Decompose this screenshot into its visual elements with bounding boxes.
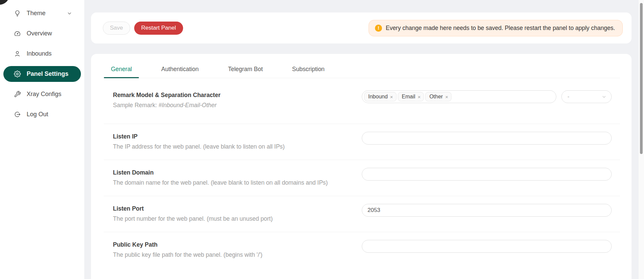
warning-icon: ! [375, 25, 382, 32]
row-title: Listen IP [113, 133, 335, 140]
tag-other: Other × [425, 92, 451, 101]
tag-label: Inbound [368, 94, 388, 100]
sidebar-item-label: Xray Configs [27, 91, 61, 98]
tab-subscription[interactable]: Subscription [285, 61, 331, 78]
warning-alert: ! Every change made here needs to be sav… [369, 20, 623, 36]
row-listen-port: Listen Port The port number for the web … [104, 196, 620, 232]
sidebar-item-panel-settings[interactable]: Panel Settings [3, 66, 81, 82]
remark-model-tags-input[interactable]: Inbound × Email × Other × [362, 90, 556, 103]
settings-rows: Remark Model & Separation Character Samp… [104, 83, 620, 268]
chevron-down-icon [67, 11, 72, 16]
sidebar-item-xray-configs[interactable]: Xray Configs [3, 86, 81, 102]
row-listen-domain: Listen Domain The domain name for the we… [104, 160, 620, 196]
row-description: The port number for the web panel. (must… [113, 215, 335, 222]
restart-panel-button[interactable]: Restart Panel [134, 22, 183, 35]
save-button[interactable]: Save [103, 22, 130, 35]
row-control [362, 204, 612, 222]
settings-card: General Authentication Telegram Bot Subs… [91, 54, 632, 279]
row-control: Inbound × Email × Other × - [362, 90, 612, 109]
tag-inbound: Inbound × [364, 92, 397, 101]
row-control [362, 132, 612, 150]
sidebar-item-log-out[interactable]: Log Out [3, 106, 81, 122]
row-listen-ip: Listen IP The IP address for the web pan… [104, 124, 620, 160]
wrench-icon [13, 91, 21, 98]
row-label-block: Listen Domain The domain name for the we… [113, 169, 349, 186]
sample-remark-prefix: Sample Remark: [113, 102, 158, 108]
gear-icon [13, 70, 21, 78]
settings-tabs: General Authentication Telegram Bot Subs… [104, 54, 620, 78]
row-description: The domain name for the web panel. (leav… [113, 179, 335, 186]
row-title: Remark Model & Separation Character [113, 92, 335, 99]
sidebar-item-theme[interactable]: Theme [3, 5, 81, 21]
row-label-block: Remark Model & Separation Character Samp… [113, 92, 349, 109]
sidebar-item-overview[interactable]: Overview [3, 26, 81, 41]
row-description: The IP address for the web panel. (leave… [113, 143, 335, 150]
chevron-down-icon [602, 94, 607, 99]
main-content: Save Restart Panel ! Every change made h… [84, 0, 644, 279]
sample-remark-value: #Inbound-Email-Other [158, 102, 216, 108]
row-title: Public Key Path [113, 241, 335, 248]
sidebar-item-inbounds[interactable]: Inbounds [3, 46, 81, 62]
row-label-block: Listen IP The IP address for the web pan… [113, 133, 349, 150]
tag-close-icon[interactable]: × [390, 94, 393, 99]
row-label-block: Listen Port The port number for the web … [113, 205, 349, 222]
sidebar-item-label: Inbounds [27, 50, 52, 57]
row-control [362, 240, 612, 258]
listen-domain-input[interactable] [362, 168, 612, 181]
gauge-icon [13, 30, 21, 37]
warning-alert-text: Every change made here needs to be saved… [386, 25, 615, 32]
row-description: The public key file path for the web pan… [113, 251, 335, 258]
sidebar-item-label: Log Out [27, 111, 48, 118]
row-control [362, 168, 612, 186]
sidebar-item-label: Panel Settings [27, 70, 68, 78]
person-icon [13, 50, 21, 58]
listen-port-input[interactable] [362, 204, 612, 217]
toolbar-card: Save Restart Panel ! Every change made h… [91, 12, 632, 43]
tag-label: Other [429, 94, 443, 100]
sidebar-item-label: Theme [27, 10, 46, 17]
row-title: Listen Domain [113, 169, 335, 176]
tag-close-icon[interactable]: × [445, 94, 448, 99]
sidebar-item-label: Overview [27, 30, 52, 37]
listen-ip-input[interactable] [362, 132, 612, 145]
row-public-key-path: Public Key Path The public key file path… [104, 232, 620, 268]
sidebar: Theme Overview Inbounds [0, 0, 84, 279]
scrollbar-track [639, 0, 644, 279]
separation-character-select[interactable]: - [561, 90, 612, 103]
tab-authentication[interactable]: Authentication [154, 61, 206, 78]
scrollbar-thumb[interactable] [640, 3, 643, 154]
row-title: Listen Port [113, 205, 335, 212]
public-key-path-input[interactable] [362, 240, 612, 253]
tag-email: Email × [398, 92, 424, 101]
tag-close-icon[interactable]: × [418, 94, 421, 99]
corner-blob [0, 0, 9, 5]
row-description: Sample Remark: #Inbound-Email-Other [113, 102, 335, 109]
lightbulb-icon [13, 10, 21, 17]
select-value: - [567, 93, 569, 100]
tab-telegram-bot[interactable]: Telegram Bot [221, 61, 270, 78]
row-label-block: Public Key Path The public key file path… [113, 241, 349, 258]
logout-icon [13, 111, 21, 118]
row-remark-model: Remark Model & Separation Character Samp… [104, 83, 620, 124]
tab-general[interactable]: General [104, 61, 139, 78]
tag-label: Email [402, 94, 415, 100]
